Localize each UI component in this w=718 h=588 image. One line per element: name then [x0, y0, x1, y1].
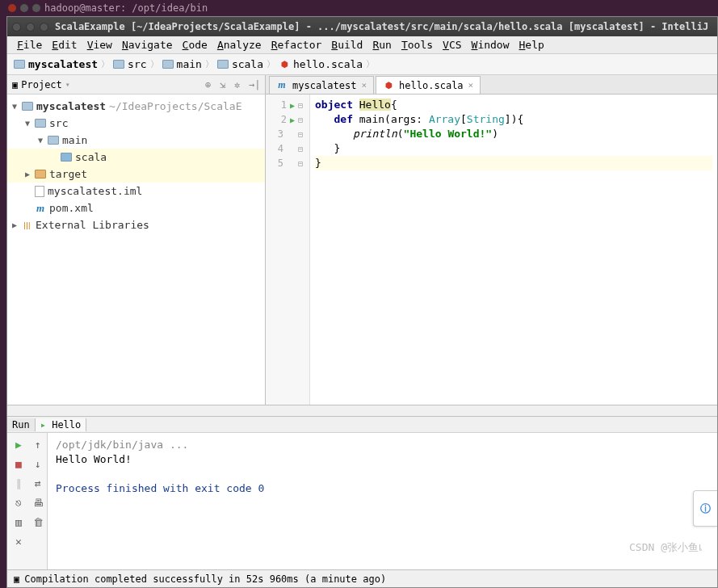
editor-tab-hello-scala[interactable]: ⬢hello.scala× — [376, 76, 481, 94]
menu-vcs[interactable]: VCS — [438, 37, 466, 52]
rerun-icon[interactable]: ▶ — [10, 436, 27, 452]
min-dot — [20, 4, 28, 12]
menu-tools[interactable]: Tools — [397, 37, 438, 52]
print-icon[interactable]: 🖶 — [30, 494, 46, 510]
breadcrumb-item[interactable]: ⬢hello.scala — [279, 58, 363, 70]
run-toolbar: ▶ ↑ ■ ↓ ∥ ⇄ ⎋ 🖶 ▥ 🗑 ✕ — [7, 433, 48, 569]
os-terminal-text: hadoop@master: /opt/idea/bin — [44, 2, 208, 14]
folder-icon — [35, 119, 46, 128]
editor-tab-myscalatest[interactable]: mmyscalatest× — [269, 76, 374, 94]
gear-icon[interactable]: ✲ — [234, 79, 246, 90]
locate-icon[interactable]: ⊕ — [205, 79, 216, 90]
project-tool-window: ▣ Project ▾ ⊕ ⇲ ✲ →| ▼myscalatest ~/Idea… — [7, 75, 266, 405]
run-gutter-icon[interactable]: ▶ — [290, 101, 295, 110]
code-editor[interactable]: object Hello{ def main(args: Array[Strin… — [310, 94, 717, 405]
project-header: ▣ Project ▾ ⊕ ⇲ ✲ →| — [7, 75, 265, 94]
hide-icon[interactable]: →| — [249, 79, 260, 90]
tree-external-libraries[interactable]: ▶⫼External Libraries — [7, 216, 265, 233]
run-gutter-icon[interactable]: ▶ — [290, 116, 295, 124]
tree-item-target[interactable]: ▶target — [7, 166, 265, 183]
menu-run[interactable]: Run — [367, 37, 396, 52]
window-title: ScalaExample [~/IdeaProjects/ScalaExampl… — [55, 21, 708, 32]
chevron-right-icon: 〉 — [366, 58, 375, 70]
close-tab-icon[interactable]: × — [468, 80, 474, 90]
project-title[interactable]: Project — [21, 79, 62, 90]
project-tree[interactable]: ▼myscalatest ~/IdeaProjects/ScalaE▼src▼m… — [7, 94, 265, 405]
tree-item-scala[interactable]: scala — [7, 149, 265, 166]
code-line[interactable]: } — [315, 141, 712, 156]
tree-item-myscalatest-iml[interactable]: myscalatest.iml — [7, 183, 265, 200]
splitter[interactable] — [7, 405, 717, 416]
info-bubble-icon[interactable]: ⓘ — [693, 490, 717, 527]
folder-icon — [14, 60, 25, 69]
breadcrumb-item[interactable]: myscalatest — [14, 58, 98, 70]
menu-window[interactable]: Window — [467, 37, 514, 52]
library-icon: ⫼ — [22, 219, 32, 231]
editor-gutter[interactable]: 1▶⊟2▶⊟3⊟4⊟5⊟ — [266, 94, 310, 405]
tree-item-main[interactable]: ▼main — [7, 132, 265, 149]
tree-root[interactable]: ▼myscalatest ~/IdeaProjects/ScalaE — [7, 98, 265, 115]
folder-icon — [48, 136, 59, 145]
code-line[interactable]: } — [315, 156, 712, 170]
breadcrumb-item[interactable]: scala — [217, 58, 263, 70]
window-max-icon[interactable] — [40, 23, 48, 32]
menu-build[interactable]: Build — [326, 37, 367, 52]
breadcrumb: myscalatest〉src〉main〉scala〉⬢hello.scala〉 — [7, 54, 717, 75]
editor-tabs: mmyscalatest×⬢hello.scala× — [266, 75, 717, 94]
menu-refactor[interactable]: Refactor — [267, 37, 327, 52]
wrap-icon[interactable]: ⇄ — [30, 475, 46, 491]
stop-icon[interactable]: ■ — [10, 456, 27, 472]
module-icon — [22, 102, 33, 111]
menu-view[interactable]: View — [82, 37, 117, 52]
window-close-icon[interactable] — [12, 23, 21, 32]
console-line — [56, 467, 709, 481]
close-tab-icon[interactable]: × — [361, 80, 367, 90]
close-run-icon[interactable]: ✕ — [10, 533, 27, 549]
code-line[interactable]: object Hello{ — [315, 98, 712, 112]
window-min-icon[interactable] — [26, 23, 35, 32]
down-icon[interactable]: ↓ — [30, 456, 46, 472]
layout-icon[interactable]: ▥ — [10, 514, 27, 530]
menu-analyze[interactable]: Analyze — [212, 37, 267, 52]
up-icon[interactable]: ↑ — [30, 436, 46, 452]
folder-icon — [35, 170, 46, 178]
console-line: Process finished with exit code 0 — [56, 481, 709, 496]
breadcrumb-item[interactable]: src — [113, 58, 146, 70]
menu-file[interactable]: File — [12, 37, 47, 52]
tree-item-src[interactable]: ▼src — [7, 115, 265, 132]
gutter-line[interactable]: 4⊟ — [266, 141, 309, 156]
trash-icon[interactable]: 🗑 — [30, 514, 46, 530]
code-line[interactable]: def main(args: Array[String]){ — [315, 112, 712, 127]
folder-icon — [217, 60, 229, 69]
run-tab[interactable]: Run — [7, 418, 36, 431]
code-line[interactable]: println("Hello World!") — [315, 127, 712, 141]
run-config-tab[interactable]: ▸ Hello — [36, 418, 87, 431]
run-console[interactable]: /opt/jdk/bin/java ...Hello World! Proces… — [48, 433, 717, 569]
gutter-line[interactable]: 1▶⊟ — [266, 98, 309, 112]
dropdown-icon[interactable]: ▾ — [65, 80, 70, 89]
folder-icon — [162, 60, 174, 69]
collapse-icon[interactable]: ⇲ — [220, 79, 231, 90]
console-line: /opt/jdk/bin/java ... — [56, 438, 709, 452]
menu-edit[interactable]: Edit — [47, 37, 82, 52]
menu-code[interactable]: Code — [178, 37, 212, 52]
chevron-right-icon: 〉 — [267, 58, 275, 70]
menu-navigate[interactable]: Navigate — [117, 37, 178, 52]
project-view-icon[interactable]: ▣ — [12, 79, 18, 90]
gutter-line[interactable]: 3⊟ — [266, 127, 309, 141]
gutter-line[interactable]: 2▶⊟ — [266, 112, 309, 127]
console-line: Hello World! — [56, 452, 709, 467]
maven-icon: m — [35, 202, 46, 215]
maven-icon: m — [276, 79, 288, 91]
menu-help[interactable]: Help — [514, 37, 549, 52]
status-text: Compilation completed successfully in 52… — [24, 573, 386, 585]
status-bar: ▣ Compilation completed successfully in … — [7, 569, 717, 587]
menu-bar: FileEditViewNavigateCodeAnalyzeRefactorB… — [7, 36, 717, 54]
gutter-line[interactable]: 5⊟ — [266, 156, 309, 170]
tree-item-pom-xml[interactable]: mpom.xml — [7, 200, 265, 216]
pause-icon[interactable]: ∥ — [10, 475, 27, 491]
breadcrumb-item[interactable]: main — [162, 58, 202, 70]
window-titlebar[interactable]: ScalaExample [~/IdeaProjects/ScalaExampl… — [7, 17, 717, 36]
exit-icon[interactable]: ⎋ — [10, 494, 27, 510]
scala-file-icon: ⬢ — [279, 59, 290, 70]
